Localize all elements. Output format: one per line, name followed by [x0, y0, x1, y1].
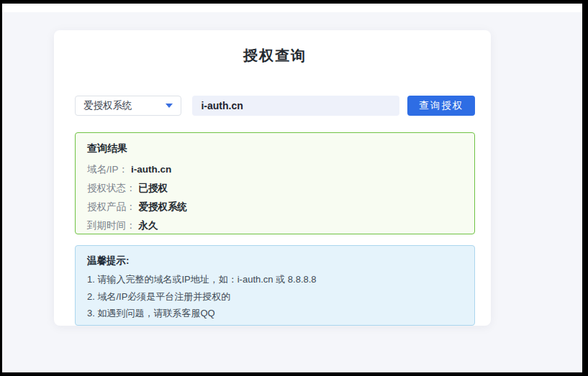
- result-value status-badge: 已授权: [139, 183, 168, 193]
- result-label: 域名/IP：: [87, 164, 128, 175]
- tip-item: 3. 如遇到问题，请联系客服QQ: [87, 305, 463, 322]
- result-value: 永久: [139, 220, 158, 231]
- result-row-domain: 域名/IP：i-auth.cn: [87, 160, 463, 179]
- tips-heading: 温馨提示:: [87, 255, 463, 267]
- page-title: 授权查询: [75, 46, 475, 65]
- result-label: 授权产品：: [87, 201, 136, 212]
- result-label: 授权状态：: [87, 183, 136, 193]
- product-select[interactable]: 爱授权系统: [75, 96, 181, 116]
- domain-input[interactable]: [192, 96, 399, 116]
- result-value: i-auth.cn: [131, 164, 171, 175]
- result-heading: 查询结果: [87, 142, 463, 155]
- tip-item: 1. 请输入完整的域名或IP地址，如：i-auth.cn 或 8.8.8.8: [87, 271, 463, 288]
- query-form: 爱授权系统 查询授权: [75, 96, 475, 116]
- product-select-value: 爱授权系统: [83, 99, 132, 112]
- tip-item: 2. 域名/IP必须是平台注册并授权的: [87, 288, 463, 306]
- tips-panel: 温馨提示: 1. 请输入完整的域名或IP地址，如：i-auth.cn 或 8.8…: [75, 245, 475, 326]
- chevron-down-icon: [166, 104, 173, 108]
- query-auth-button[interactable]: 查询授权: [407, 96, 475, 116]
- result-label: 到期时间：: [87, 220, 136, 231]
- auth-query-card: 授权查询 爱授权系统 查询授权 查询结果 域名/IP：i-auth.cn 授权状…: [54, 30, 491, 326]
- result-row-status: 授权状态：已授权: [87, 179, 463, 198]
- result-row-expiry: 到期时间：永久: [87, 216, 463, 235]
- browser-chrome-band: [2, 4, 582, 12]
- query-result-panel: 查询结果 域名/IP：i-auth.cn 授权状态：已授权 授权产品：爱授权系统…: [75, 132, 475, 234]
- result-value: 爱授权系统: [139, 201, 188, 212]
- result-row-product: 授权产品：爱授权系统: [87, 198, 463, 216]
